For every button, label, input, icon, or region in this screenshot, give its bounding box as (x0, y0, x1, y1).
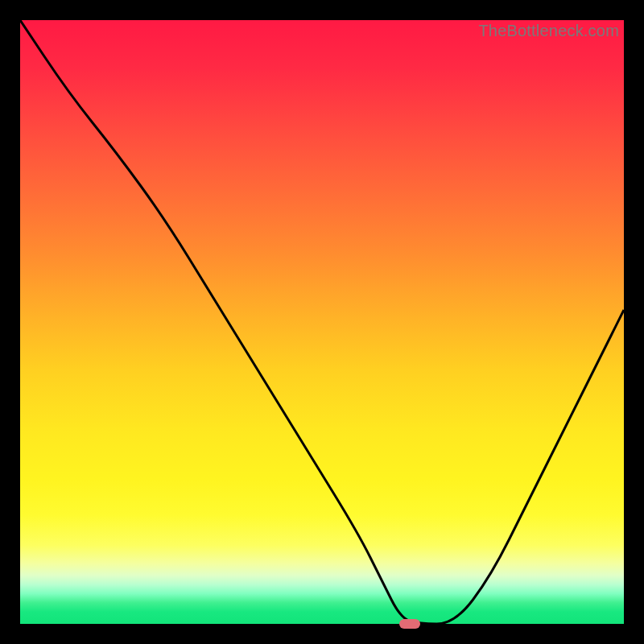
chart-container: TheBottleneck.com (0, 0, 644, 644)
plot-area: TheBottleneck.com (20, 20, 624, 624)
curve-path (20, 20, 624, 624)
optimum-marker (399, 619, 420, 629)
bottleneck-curve (20, 20, 624, 624)
